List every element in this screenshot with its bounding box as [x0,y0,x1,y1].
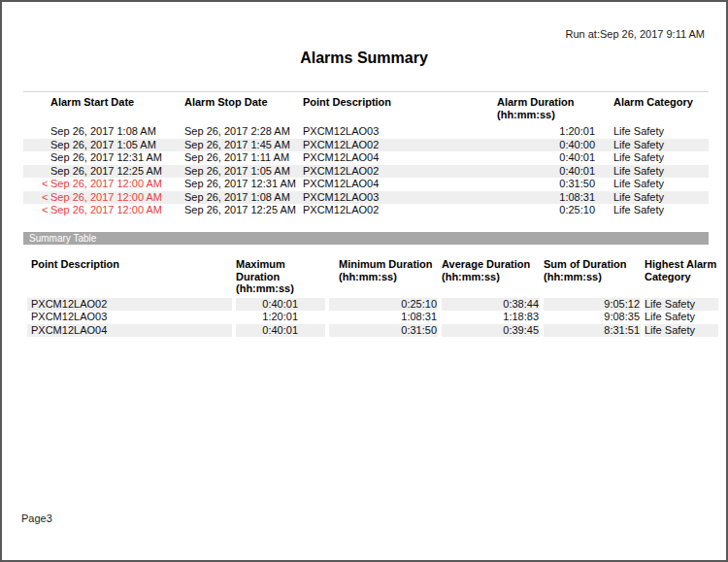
col-header-highest-alarm-category: Highest AlarmCategory [645,254,718,298]
cell-alarm-start: Sep 26, 2017 12:25 AM [23,165,184,179]
table-row: Sep 26, 2017 12:31 AM Sep 26, 2017 1:11 … [23,151,709,165]
cell-avg-duration: 0:39:45 [442,324,540,338]
cell-duration: 0:40:01 [497,151,596,165]
cell-point: PXCM12LAO03 [27,311,232,324]
col-header-alarm-category: Alarm Category [596,92,709,126]
cell-point: PXCM12LAO04 [27,324,232,338]
cell-alarm-start: Sep 26, 2017 12:31 AM [23,151,184,165]
alarms-header-row: Alarm Start Date Alarm Stop Date Point D… [23,92,709,126]
table-row: Sep 26, 2017 1:08 AM Sep 26, 2017 2:28 A… [23,125,709,139]
run-at-timestamp: Run at:Sep 26, 2017 9:11 AM [565,28,705,40]
table-row: Sep 26, 2017 12:25 AM Sep 26, 2017 1:05 … [23,165,709,179]
cell-max-duration: 0:40:01 [236,298,325,312]
col-header-alarm-duration: Alarm Duration(hh:mm:ss) [497,92,596,126]
cell-duration: 0:40:01 [497,165,596,179]
col-header-point-description: Point Description [303,92,497,126]
col-header-alarm-stop-date: Alarm Stop Date [184,92,303,126]
late-marker: < [42,178,50,191]
alarms-table: Alarm Start Date Alarm Stop Date Point D… [23,91,709,217]
cell-min-duration: 1:08:31 [329,311,438,324]
cell-point: PXCM12LAO03 [303,125,497,139]
col-header-average-duration: Average Duration(hh:mm:ss) [442,254,540,298]
table-row: PXCM12LAO03 1:20:01 1:08:31 1:18:83 9:08… [27,311,718,324]
cell-min-duration: 0:31:50 [329,324,438,338]
cell-category: Life Safety [645,324,718,338]
cell-alarm-stop: Sep 26, 2017 1:05 AM [184,165,303,179]
cell-min-duration: 0:25:10 [329,298,438,312]
report-page: Run at:Sep 26, 2017 9:11 AM Alarms Summa… [0,0,728,562]
cell-alarm-stop: Sep 26, 2017 1:45 AM [184,139,303,152]
table-row-late: <Sep 26, 2017 12:00 AM Sep 26, 2017 1:08… [23,191,709,205]
cell-alarm-start: <Sep 26, 2017 12:00 AM [23,191,184,205]
cell-alarm-start: <Sep 26, 2017 12:00 AM [23,178,184,191]
cell-category: Life Safety [596,165,709,179]
cell-max-duration: 1:20:01 [236,311,325,324]
col-header-point-description: Point Description [27,254,232,298]
cell-category: Life Safety [645,311,718,324]
cell-point: PXCM12LAO02 [27,298,232,312]
cell-duration: 1:08:31 [497,191,596,205]
cell-point: PXCM12LAO03 [303,191,497,205]
cell-category: Life Safety [596,125,709,139]
cell-max-duration: 0:40:01 [236,324,325,338]
cell-category: Life Safety [596,178,709,191]
cell-alarm-stop: Sep 26, 2017 12:25 AM [184,204,303,217]
cell-point: PXCM12LAO02 [303,165,497,179]
cell-alarm-start: <Sep 26, 2017 12:00 AM [23,204,184,217]
cell-point: PXCM12LAO02 [303,204,497,217]
cell-alarm-start: Sep 26, 2017 1:08 AM [23,125,184,139]
cell-sum-duration: 8:31:51 [544,324,641,338]
cell-point: PXCM12LAO04 [303,178,497,191]
late-marker: < [42,204,50,217]
cell-alarm-stop: Sep 26, 2017 1:08 AM [184,191,303,205]
cell-category: Life Safety [645,298,718,312]
cell-category: Life Safety [596,204,709,217]
col-header-maximum-duration: Maximum Duration(hh:mm:ss) [236,254,325,298]
table-row-late: <Sep 26, 2017 12:00 AM Sep 26, 2017 12:2… [23,204,709,217]
cell-point: PXCM12LAO04 [303,151,497,165]
cell-alarm-stop: Sep 26, 2017 1:11 AM [184,151,303,165]
cell-category: Life Safety [596,139,709,152]
col-header-minimum-duration: Minimum Duration(hh:mm:ss) [329,254,438,298]
summary-table: Point Description Maximum Duration(hh:mm… [23,254,722,337]
page-number: Page3 [21,512,52,524]
cell-sum-duration: 9:05:12 [544,298,641,312]
cell-category: Life Safety [596,151,709,165]
cell-point: PXCM12LAO02 [303,139,497,152]
cell-duration: 0:25:10 [497,204,596,217]
table-row: PXCM12LAO04 0:40:01 0:31:50 0:39:45 8:31… [27,324,718,338]
summary-section-bar: Summary Table [23,232,709,245]
cell-alarm-stop: Sep 26, 2017 12:31 AM [184,178,303,191]
table-row-late: <Sep 26, 2017 12:00 AM Sep 26, 2017 12:3… [23,178,709,191]
col-header-sum-of-duration: Sum of Duration(hh:mm:ss) [544,254,641,298]
cell-alarm-stop: Sep 26, 2017 2:28 AM [184,125,303,139]
summary-header-row: Point Description Maximum Duration(hh:mm… [27,254,718,298]
cell-sum-duration: 9:08:35 [544,311,641,324]
table-row: PXCM12LAO02 0:40:01 0:25:10 0:38:44 9:05… [27,298,718,312]
cell-duration: 1:20:01 [497,125,596,139]
cell-alarm-start: Sep 26, 2017 1:05 AM [23,139,184,152]
cell-duration: 0:40:00 [497,139,596,152]
table-row: Sep 26, 2017 1:05 AM Sep 26, 2017 1:45 A… [23,139,709,152]
col-header-alarm-start-date: Alarm Start Date [23,92,184,126]
cell-avg-duration: 0:38:44 [442,298,540,312]
cell-avg-duration: 1:18:83 [442,311,540,324]
page-title: Alarms Summary [2,50,726,67]
cell-category: Life Safety [596,191,709,205]
cell-duration: 0:31:50 [497,178,596,191]
late-marker: < [42,191,50,205]
